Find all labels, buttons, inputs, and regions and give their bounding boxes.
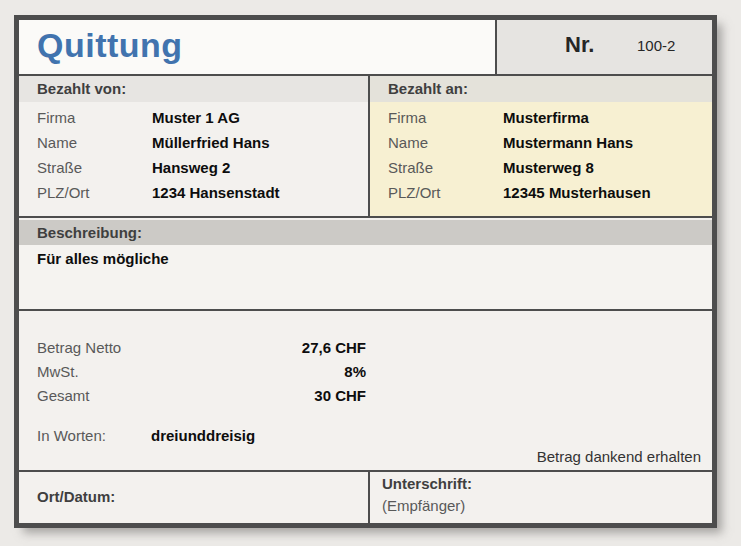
- signature-recipient-label: (Empfänger): [382, 497, 465, 514]
- thanks-note: Betrag dankend erhalten: [537, 448, 701, 465]
- vat-value: 8%: [169, 360, 366, 384]
- paid-from-fields: Firma Muster 1 AG Name Müllerfried Hans …: [19, 102, 368, 205]
- field-label: Firma: [388, 105, 503, 130]
- paid-from-header: Bezahlt von:: [19, 76, 368, 102]
- description-body: Für alles mögliche: [19, 245, 712, 311]
- field-label: Straße: [388, 155, 503, 180]
- in-words-label: In Worten:: [37, 424, 106, 448]
- field-value: Musterfirma: [503, 105, 589, 130]
- paid-to-header: Bezahlt an:: [370, 76, 712, 102]
- field-label: PLZ/Ort: [37, 180, 152, 205]
- field-row: PLZ/Ort 12345 Musterhausen: [370, 180, 712, 205]
- field-value: Musterweg 8: [503, 155, 594, 180]
- receipt-header: Quittung Nr. 100-2: [19, 20, 712, 76]
- address-sections: Bezahlt von: Firma Muster 1 AG Name Müll…: [19, 76, 712, 218]
- net-amount-label: Betrag Netto: [37, 336, 121, 360]
- page-title: Quittung: [37, 26, 183, 65]
- net-amount-row: Betrag Netto 27,6 CHF: [19, 336, 712, 360]
- amount-in-words-row: In Worten: dreiunddreisig: [19, 424, 712, 448]
- field-label: Firma: [37, 105, 152, 130]
- field-value: 1234 Hansenstadt: [152, 180, 280, 205]
- total-label: Gesamt: [37, 384, 90, 408]
- field-row: Straße Hansweg 2: [19, 155, 368, 180]
- place-date-cell: Ort/Datum:: [19, 472, 370, 523]
- field-label: Straße: [37, 155, 152, 180]
- field-value: Hansweg 2: [152, 155, 230, 180]
- total-row: Gesamt 30 CHF: [19, 384, 712, 408]
- signature-footer: Ort/Datum: Unterschrift: (Empfänger): [19, 470, 712, 523]
- receipt-number-box: Nr. 100-2: [495, 20, 712, 74]
- description-header: Beschreibung:: [19, 220, 712, 245]
- field-label: PLZ/Ort: [388, 180, 503, 205]
- paid-to-fields: Firma Musterfirma Name Mustermann Hans S…: [370, 102, 712, 205]
- total-value: 30 CHF: [169, 384, 366, 408]
- in-words-value: dreiunddreisig: [151, 424, 255, 448]
- field-row: PLZ/Ort 1234 Hansenstadt: [19, 180, 368, 205]
- field-value: Muster 1 AG: [152, 105, 240, 130]
- receipt-number-value: 100-2: [637, 37, 675, 54]
- receipt-number-label: Nr.: [565, 32, 594, 58]
- field-label: Name: [37, 130, 152, 155]
- field-row: Firma Muster 1 AG: [19, 105, 368, 130]
- signature-label: Unterschrift:: [382, 475, 472, 492]
- vat-row: MwSt. 8%: [19, 360, 712, 384]
- field-value: 12345 Musterhausen: [503, 180, 651, 205]
- field-row: Firma Musterfirma: [370, 105, 712, 130]
- field-value: Müllerfried Hans: [152, 130, 270, 155]
- description-text: Für alles mögliche: [37, 250, 169, 267]
- receipt-card: Quittung Nr. 100-2 Bezahlt von: Firma Mu…: [14, 15, 717, 528]
- vat-label: MwSt.: [37, 360, 79, 384]
- field-row: Straße Musterweg 8: [370, 155, 712, 180]
- paid-to-section: Bezahlt an: Firma Musterfirma Name Muste…: [370, 76, 712, 216]
- signature-cell: Unterschrift: (Empfänger): [370, 472, 712, 523]
- place-date-label: Ort/Datum:: [37, 488, 115, 505]
- field-row: Name Mustermann Hans: [370, 130, 712, 155]
- field-value: Mustermann Hans: [503, 130, 633, 155]
- net-amount-value: 27,6 CHF: [169, 336, 366, 360]
- field-label: Name: [388, 130, 503, 155]
- paid-from-section: Bezahlt von: Firma Muster 1 AG Name Müll…: [19, 76, 370, 216]
- field-row: Name Müllerfried Hans: [19, 130, 368, 155]
